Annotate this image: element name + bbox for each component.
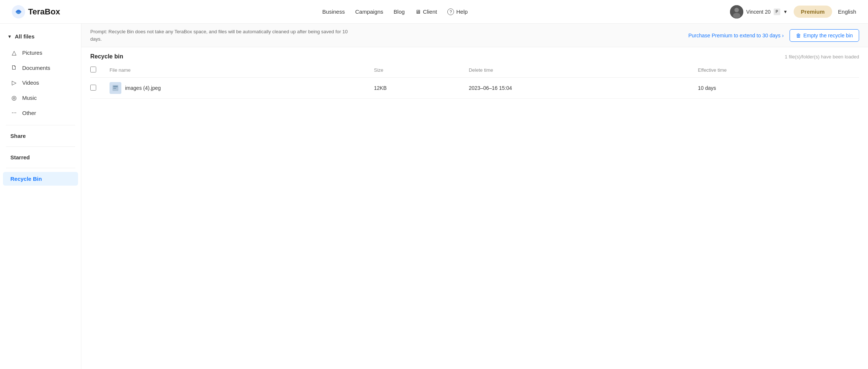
svg-point-2 xyxy=(734,8,739,12)
table-col-size: Size xyxy=(370,63,464,78)
files-loaded-count: 1 file(s)/folder(s) have been loaded xyxy=(785,54,859,60)
svg-rect-5 xyxy=(113,86,118,87)
header-nav: Business Campaigns Blog 🖥 Client ? Help xyxy=(72,9,718,15)
language-button[interactable]: English xyxy=(838,9,856,15)
sidebar-group-starred[interactable]: Starred xyxy=(3,150,78,164)
trash-icon: 🗑 xyxy=(796,33,801,38)
purchase-premium-link[interactable]: Purchase Premium to extend to 30 days › xyxy=(688,33,784,38)
logo-text: TeraBox xyxy=(28,7,60,17)
main-content: Prompt: Recycle Bin does not take any Te… xyxy=(81,24,868,369)
row-filename-cell: images (4).jpeg xyxy=(105,78,370,99)
pictures-icon: △ xyxy=(10,49,18,56)
nav-help[interactable]: ? Help xyxy=(447,9,468,15)
music-icon: ◎ xyxy=(10,94,18,101)
file-thumbnail-icon xyxy=(110,82,121,94)
content-area: Recycle bin 1 file(s)/folder(s) have bee… xyxy=(81,47,868,369)
sidebar-file-types: △ Pictures 🗋 Documents ▷ Videos ◎ Music … xyxy=(0,43,81,122)
premium-button[interactable]: Premium xyxy=(794,6,832,18)
table-header: File name Size Delete time Effective tim… xyxy=(90,63,859,78)
sidebar-divider-2 xyxy=(6,146,75,147)
question-icon: ? xyxy=(447,9,454,15)
select-all-checkbox[interactable] xyxy=(90,67,96,72)
sidebar-item-documents[interactable]: 🗋 Documents xyxy=(3,61,78,75)
layout: ▼ All files △ Pictures 🗋 Documents ▷ Vid… xyxy=(0,24,868,369)
nav-client[interactable]: 🖥 Client xyxy=(415,9,437,15)
row-effective-time-cell: 10 days xyxy=(693,78,859,99)
sidebar-group-recycle-bin[interactable]: Recycle Bin xyxy=(3,172,78,186)
prompt-right: Purchase Premium to extend to 30 days › … xyxy=(688,29,859,42)
user-info[interactable]: Vincent 20 P ▼ xyxy=(730,5,788,18)
user-plan-badge: P xyxy=(774,9,780,15)
prompt-text: Prompt: Recycle Bin does not take any Te… xyxy=(90,28,349,43)
table-col-effective-time: Effective time xyxy=(693,63,859,78)
logo[interactable]: TeraBox xyxy=(12,5,60,18)
sidebar-item-pictures[interactable]: △ Pictures xyxy=(3,45,78,60)
sidebar-item-other[interactable]: ··· Other xyxy=(3,106,78,120)
sidebar-divider-3 xyxy=(6,168,75,168)
row-checkbox-cell xyxy=(90,78,105,99)
file-table: File name Size Delete time Effective tim… xyxy=(90,63,859,99)
table-header-checkbox xyxy=(90,63,105,78)
svg-rect-6 xyxy=(113,88,116,89)
svg-point-3 xyxy=(733,13,740,18)
sidebar-group-share[interactable]: Share xyxy=(3,129,78,143)
row-size-cell: 12KB xyxy=(370,78,464,99)
user-name: Vincent 20 xyxy=(746,9,771,15)
sidebar: ▼ All files △ Pictures 🗋 Documents ▷ Vid… xyxy=(0,24,81,369)
content-header: Recycle bin 1 file(s)/folder(s) have bee… xyxy=(90,47,859,63)
header: TeraBox Business Campaigns Blog 🖥 Client… xyxy=(0,0,868,24)
monitor-icon: 🖥 xyxy=(415,9,421,15)
sidebar-all-files[interactable]: ▼ All files xyxy=(0,30,81,43)
chevron-down-icon: ▼ xyxy=(783,9,788,14)
file-name-cell: images (4).jpeg xyxy=(110,82,365,94)
nav-campaigns[interactable]: Campaigns xyxy=(355,9,383,15)
chevron-right-icon: › xyxy=(782,33,784,38)
table-row[interactable]: images (4).jpeg 12KB 2023–06–16 15:04 10… xyxy=(90,78,859,99)
prompt-bar: Prompt: Recycle Bin does not take any Te… xyxy=(81,24,868,47)
avatar xyxy=(730,5,743,18)
row-checkbox[interactable] xyxy=(90,85,96,91)
sidebar-item-music[interactable]: ◎ Music xyxy=(3,91,78,105)
chevron-down-icon: ▼ xyxy=(7,34,12,39)
nav-blog[interactable]: Blog xyxy=(394,9,405,15)
table-col-filename: File name xyxy=(105,63,370,78)
page-title: Recycle bin xyxy=(90,53,123,60)
row-delete-time-cell: 2023–06–16 15:04 xyxy=(464,78,693,99)
table-col-delete-time: Delete time xyxy=(464,63,693,78)
videos-icon: ▷ xyxy=(10,79,18,86)
table-body: images (4).jpeg 12KB 2023–06–16 15:04 10… xyxy=(90,78,859,99)
sidebar-divider-1 xyxy=(6,125,75,125)
other-icon: ··· xyxy=(10,109,18,116)
empty-recycle-bin-button[interactable]: 🗑 Empty the recycle bin xyxy=(790,29,859,42)
terabox-logo-icon xyxy=(12,5,25,18)
documents-icon: 🗋 xyxy=(10,64,18,71)
nav-business[interactable]: Business xyxy=(322,9,345,15)
header-right: Vincent 20 P ▼ Premium English xyxy=(730,5,856,18)
sidebar-item-videos[interactable]: ▷ Videos xyxy=(3,75,78,90)
